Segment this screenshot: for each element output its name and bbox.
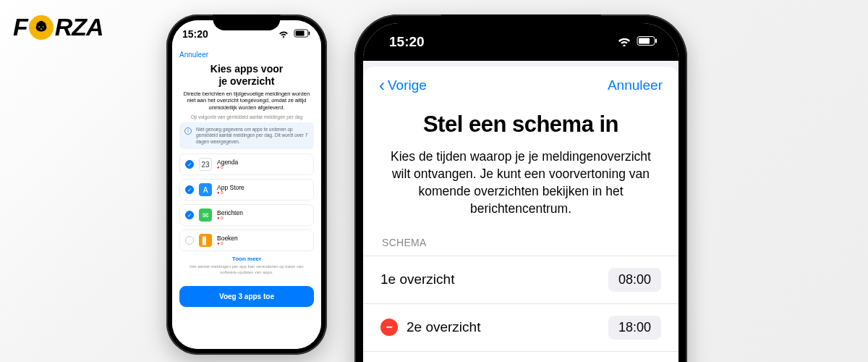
schedule-list: 1e overzicht08:00−2e overzicht18:00 [363, 256, 678, 352]
cancel-link[interactable]: Annuleer [179, 48, 314, 62]
app-meta: ● 0 [217, 241, 238, 245]
back-label: Vorige [388, 77, 427, 93]
sort-hint: Op volgorde van gemiddeld aantal melding… [179, 114, 314, 119]
info-text: Niet genoeg gegevens om apps te ordenen … [196, 127, 309, 145]
battery-icon [637, 34, 658, 50]
lion-icon [29, 15, 54, 40]
page-subtitle: Kies de tijden waarop je je meldingenove… [363, 148, 678, 218]
cancel-button[interactable]: Annuleer [608, 77, 663, 93]
phone-small: 15:20 Annuleer Kies apps voor je overzic… [166, 14, 327, 355]
svg-rect-4 [639, 38, 650, 44]
app-meta: ● 0 [217, 165, 238, 169]
app-list: ✓23Agenda● 0✓AApp Store● 0✓✉Berichten● 0… [179, 153, 314, 251]
app-row[interactable]: ▋Boeken● 0 [179, 230, 314, 251]
logo-letter-f: F [13, 13, 27, 41]
nav-bar: ‹ Vorige Annuleer [363, 67, 678, 98]
logo-letters-rza: RZA [55, 13, 103, 41]
page-subtitle: Directe berichten en tijdgevoelige meldi… [179, 90, 314, 111]
app-name: App Store [217, 185, 244, 191]
app-name: Boeken [217, 235, 238, 242]
page-title: Kies apps voor je overzicht [179, 63, 314, 88]
phone-big: 15:20 ‹ Vorige Annuleer Stel een schema … [354, 14, 687, 362]
status-time: 15:20 [182, 28, 208, 40]
show-more-button[interactable]: Toon meer [179, 256, 314, 262]
app-meta: ● 0 [217, 190, 244, 195]
time-picker[interactable]: 18:00 [608, 316, 661, 340]
app-icon: ▋ [199, 234, 212, 247]
schedule-label: 2e overzicht [407, 319, 480, 335]
checkbox-icon[interactable]: ✓ [185, 160, 194, 169]
page-title: Stel een schema in [378, 111, 664, 138]
svg-rect-2 [309, 31, 310, 35]
schedule-label: 1e overzicht [380, 272, 454, 287]
schedule-row[interactable]: 1e overzicht08:00 [363, 256, 678, 304]
forza-logo: F RZA [13, 13, 103, 41]
svg-rect-5 [655, 39, 657, 43]
info-icon: i [184, 127, 192, 135]
app-icon: 23 [199, 158, 212, 171]
section-label: SCHEMA [382, 237, 678, 248]
app-row[interactable]: ✓✉Berichten● 0 [179, 204, 314, 226]
status-time: 15:20 [389, 34, 425, 50]
app-row[interactable]: ✓AApp Store● 0 [179, 179, 314, 201]
time-picker[interactable]: 08:00 [608, 268, 661, 292]
remove-icon[interactable]: − [380, 319, 398, 336]
app-name: Agenda [217, 159, 238, 166]
wifi-icon [616, 34, 632, 50]
chevron-left-icon: ‹ [379, 77, 385, 94]
back-button[interactable]: ‹ Vorige [379, 77, 427, 94]
wifi-icon [278, 28, 289, 40]
app-name: Berichten [217, 210, 243, 216]
info-banner: i Niet genoeg gegevens om apps te ordene… [179, 122, 314, 149]
app-meta: ● 0 [217, 216, 243, 220]
schedule-row[interactable]: −2e overzicht18:00 [363, 304, 678, 352]
app-icon: ✉ [199, 209, 212, 222]
checkbox-icon[interactable] [185, 236, 194, 245]
svg-rect-1 [296, 31, 305, 36]
checkbox-icon[interactable]: ✓ [185, 211, 194, 219]
notch [441, 14, 601, 36]
app-icon: A [199, 183, 212, 196]
checkbox-icon[interactable]: ✓ [185, 185, 194, 194]
add-apps-button[interactable]: Voeg 3 apps toe [179, 286, 314, 307]
app-row[interactable]: ✓23Agenda● 0 [179, 153, 314, 175]
footnote: Het aantal meldingen per app kan verande… [179, 264, 314, 276]
notch [213, 14, 280, 30]
battery-icon [294, 28, 311, 40]
